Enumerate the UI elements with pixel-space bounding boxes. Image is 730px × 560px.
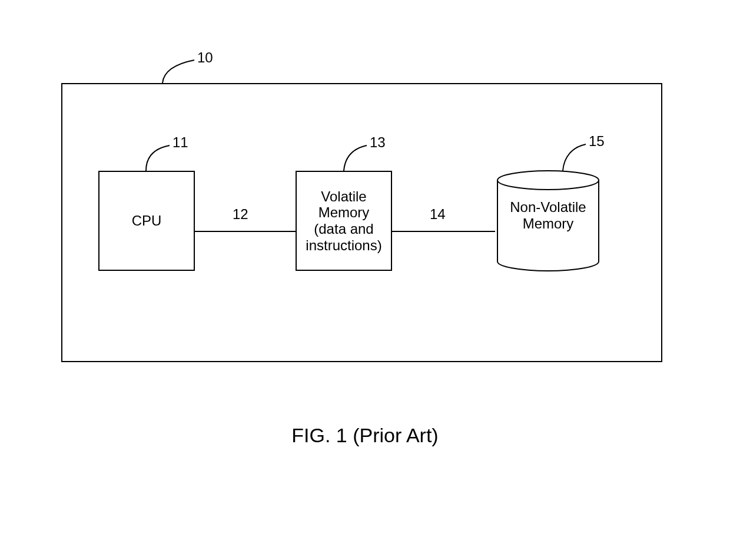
- reference-leaders: [0, 0, 730, 560]
- figure-caption: FIG. 1 (Prior Art): [0, 424, 730, 447]
- figure-stage: CPU Volatile Memory (data and instructio…: [0, 0, 730, 560]
